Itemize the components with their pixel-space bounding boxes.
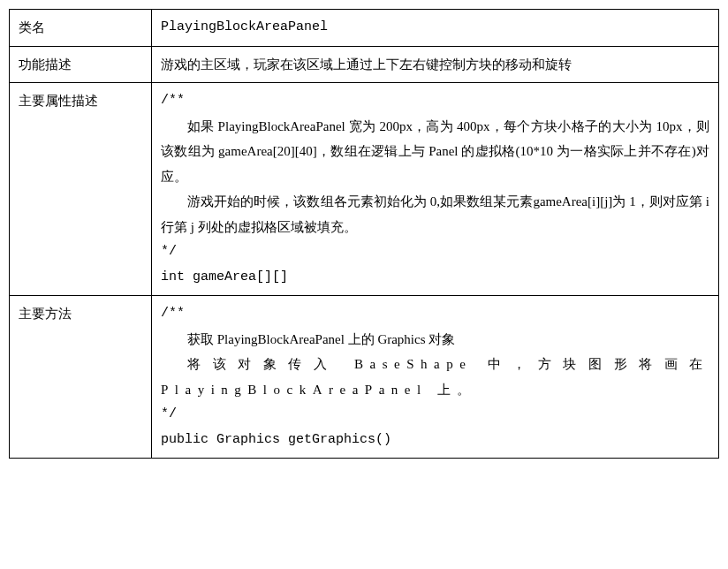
row-label: 主要方法 [10,296,152,459]
content-line: public Graphics getGraphics() [161,428,709,453]
content-line: 将该对象传入 BaseShape 中，方块图形将画在PlayingBlockAr… [161,352,709,402]
content-line: */ [161,239,709,265]
row-content: /** 获取 PlayingBlockAreaPanel 上的 Graphics… [152,296,719,459]
content-line: int gameArea[][] [161,265,709,291]
content-line: /** [161,301,709,327]
content-line: /** [161,88,709,114]
content-line: PlayingBlockAreaPanel [161,15,709,41]
content-line: 游戏的主区域，玩家在该区域上通过上下左右键控制方块的移动和旋转 [161,52,709,78]
row-content: PlayingBlockAreaPanel [152,10,719,47]
content-line: 游戏开始的时候，该数组各元素初始化为 0,如果数组某元素gameArea[i][… [161,189,709,239]
table-row: 主要属性描述 /** 如果 PlayingBlockAreaPanel 宽为 2… [10,83,719,296]
row-content: 游戏的主区域，玩家在该区域上通过上下左右键控制方块的移动和旋转 [152,46,719,83]
row-content: /** 如果 PlayingBlockAreaPanel 宽为 200px，高为… [152,83,719,296]
content-line: 如果 PlayingBlockAreaPanel 宽为 200px，高为 400… [161,114,709,190]
table-row: 功能描述 游戏的主区域，玩家在该区域上通过上下左右键控制方块的移动和旋转 [10,46,719,83]
content-line: 获取 PlayingBlockAreaPanel 上的 Graphics 对象 [161,327,709,353]
table-body: 类名 PlayingBlockAreaPanel 功能描述 游戏的主区域，玩家在… [10,10,719,459]
row-label: 主要属性描述 [10,83,152,296]
class-doc-table: 类名 PlayingBlockAreaPanel 功能描述 游戏的主区域，玩家在… [9,9,719,459]
content-line: */ [161,402,709,428]
table-row: 类名 PlayingBlockAreaPanel [10,10,719,47]
table-row: 主要方法 /** 获取 PlayingBlockAreaPanel 上的 Gra… [10,296,719,459]
row-label: 类名 [10,10,152,47]
row-label: 功能描述 [10,46,152,83]
